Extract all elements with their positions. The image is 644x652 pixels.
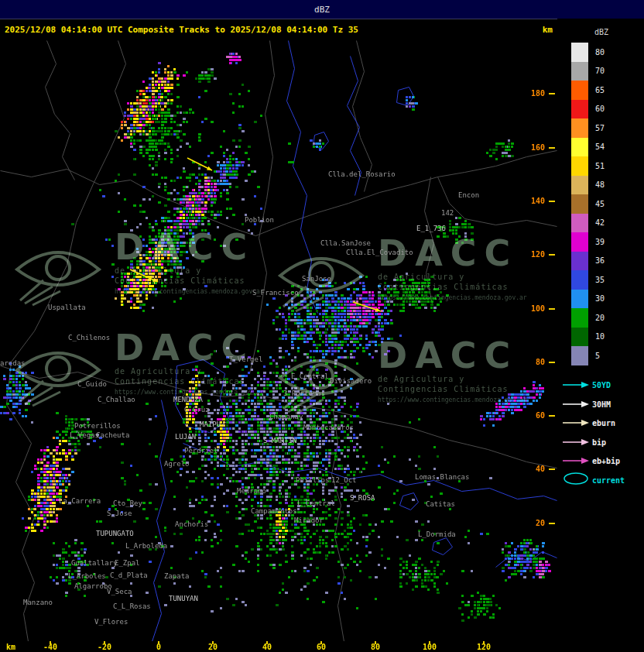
track-label: current bbox=[592, 476, 625, 485]
bottom-axis-tick bbox=[375, 641, 376, 644]
dbz-value: 45 bbox=[595, 200, 605, 208]
dbz-value: 57 bbox=[595, 124, 605, 132]
legend-panel: dBZ 807065605754514845423936353020105 50… bbox=[557, 19, 644, 652]
dbz-scale-row: 35 bbox=[571, 270, 644, 290]
dbz-swatch bbox=[571, 176, 588, 195]
track-legend-item: eb+bip bbox=[562, 452, 644, 472]
track-label: eburn bbox=[592, 419, 615, 427]
track-label: 50YD bbox=[592, 381, 611, 389]
dbz-swatch bbox=[571, 290, 588, 309]
track-label: 30HM bbox=[592, 400, 611, 409]
dbz-scale-row: 65 bbox=[571, 81, 644, 100]
dbz-scale-row: 45 bbox=[571, 194, 644, 214]
dbz-swatch bbox=[571, 214, 588, 233]
radar-section: 2025/12/08 04:14:00 UTC Composite Tracks… bbox=[0, 19, 557, 652]
window-titlebar: dBZ bbox=[0, 0, 644, 19]
bottom-axis-tick bbox=[104, 641, 105, 644]
dbz-value: 65 bbox=[595, 86, 605, 94]
tracks-legend: 50YD30HMeburnbipeb+bipcurrent bbox=[562, 376, 644, 490]
dbz-swatch bbox=[571, 118, 588, 138]
dbz-scale: 807065605754514845423936353020105 bbox=[571, 43, 644, 365]
bottom-axis-tick bbox=[266, 641, 268, 644]
dbz-scale-row: 57 bbox=[571, 118, 644, 138]
dbz-swatch bbox=[571, 252, 588, 271]
bottom-axis-tick bbox=[429, 641, 430, 644]
dbz-value: 39 bbox=[595, 238, 605, 246]
dbz-value: 51 bbox=[595, 162, 605, 170]
dbz-scale-row: 10 bbox=[571, 328, 644, 347]
bottom-axis: km -40-20020406080100120 bbox=[0, 641, 557, 652]
dbz-swatch bbox=[571, 270, 588, 290]
dbz-scale-row: 30 bbox=[571, 290, 644, 309]
right-axis-unit-label: km bbox=[543, 25, 553, 35]
bottom-axis-label: 40 bbox=[262, 643, 272, 651]
track-arrow-icon bbox=[562, 454, 590, 468]
bottom-axis-tick bbox=[50, 641, 51, 644]
track-legend-item: eburn bbox=[562, 414, 644, 434]
bottom-axis-tick bbox=[212, 641, 214, 644]
track-label: bip bbox=[592, 438, 606, 447]
dbz-scale-row: 20 bbox=[571, 308, 644, 328]
dbz-value: 60 bbox=[595, 105, 605, 113]
radar-viewport[interactable]: DACCde Agricultura yContingencias Climát… bbox=[0, 40, 557, 641]
bottom-axis-label: 120 bbox=[477, 643, 491, 651]
dbz-swatch bbox=[571, 138, 588, 157]
bottom-axis-label: 0 bbox=[156, 643, 161, 651]
dbz-scale-row: 39 bbox=[571, 232, 644, 252]
dbz-scale-row: 36 bbox=[571, 252, 644, 271]
dbz-swatch bbox=[571, 43, 588, 62]
dbz-value: 30 bbox=[595, 294, 605, 303]
bottom-axis-label: 80 bbox=[371, 643, 380, 651]
status-text: 2025/12/08 04:14:00 UTC Composite Tracks… bbox=[5, 25, 358, 35]
bottom-axis-label: 20 bbox=[208, 643, 218, 651]
dbz-scale-row: 42 bbox=[571, 214, 644, 233]
dbz-value: 5 bbox=[595, 352, 600, 360]
dbz-swatch bbox=[571, 62, 588, 81]
dbz-swatch bbox=[571, 328, 588, 347]
dbz-value: 20 bbox=[595, 314, 605, 322]
dbz-scale-row: 5 bbox=[571, 346, 644, 365]
bottom-axis-tick bbox=[320, 641, 322, 644]
bottom-axis-label: -40 bbox=[43, 643, 57, 651]
dbz-value: 54 bbox=[595, 142, 605, 151]
dbz-value: 42 bbox=[595, 218, 605, 227]
dbz-value: 36 bbox=[595, 256, 605, 265]
bottom-axis-tick bbox=[483, 641, 485, 644]
bottom-axis-label: -20 bbox=[98, 643, 111, 651]
dbz-value: 48 bbox=[595, 180, 605, 189]
current-ellipse-icon bbox=[562, 472, 590, 489]
dbz-scale-row: 54 bbox=[571, 138, 644, 157]
dbz-scale-row: 70 bbox=[571, 62, 644, 81]
bottom-axis-tick bbox=[158, 641, 159, 644]
bottom-axis-label: 60 bbox=[317, 643, 326, 651]
track-arrow-icon bbox=[562, 378, 590, 393]
track-legend-item: bip bbox=[562, 433, 644, 452]
dbz-swatch bbox=[571, 100, 588, 119]
dbz-value: 80 bbox=[595, 48, 605, 57]
dbz-swatch bbox=[571, 346, 588, 365]
dbz-swatch bbox=[571, 156, 588, 176]
bottom-axis-label: 100 bbox=[423, 643, 437, 651]
dbz-value: 70 bbox=[595, 67, 605, 75]
track-legend-item: current bbox=[562, 471, 644, 490]
dbz-swatch bbox=[571, 81, 588, 100]
dbz-value: 10 bbox=[595, 332, 605, 341]
dbz-swatch bbox=[571, 308, 588, 328]
dbz-value: 35 bbox=[595, 276, 605, 284]
track-legend-item: 50YD bbox=[562, 376, 644, 396]
dbz-scale-row: 48 bbox=[571, 176, 644, 195]
radar-canvas[interactable] bbox=[0, 40, 557, 641]
dbz-swatch bbox=[571, 194, 588, 214]
track-arrow-icon bbox=[562, 397, 590, 412]
bottom-axis-unit-label: km bbox=[6, 643, 15, 651]
track-arrow-icon bbox=[562, 435, 590, 450]
legend-title: dBZ bbox=[594, 28, 644, 36]
track-legend-item: 30HM bbox=[562, 395, 644, 414]
track-arrow-icon bbox=[562, 416, 590, 431]
track-label: eb+bip bbox=[592, 457, 620, 465]
dbz-scale-row: 80 bbox=[571, 43, 644, 62]
window-title: dBZ bbox=[314, 5, 330, 15]
radar-app-window: dBZ 2025/12/08 04:14:00 UTC Composite Tr… bbox=[0, 0, 644, 652]
dbz-scale-row: 51 bbox=[571, 156, 644, 176]
dbz-scale-row: 60 bbox=[571, 100, 644, 119]
